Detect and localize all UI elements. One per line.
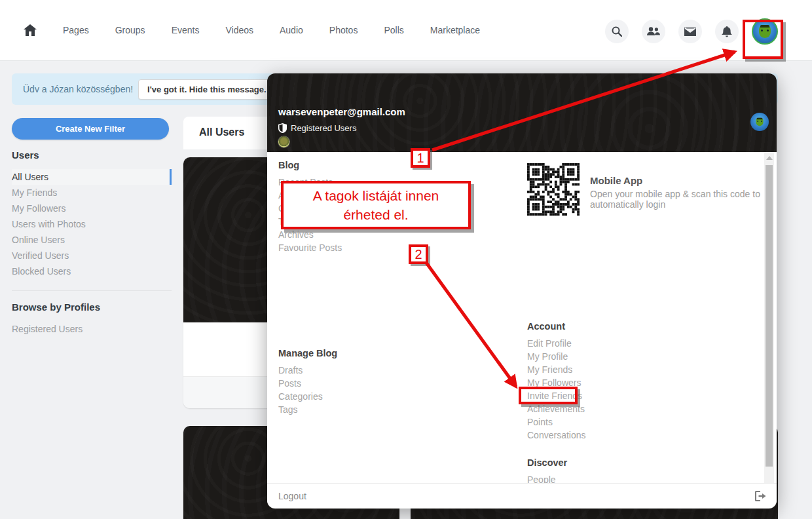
home-icon xyxy=(24,24,37,36)
mobile-app-block: Mobile App Open your mobile app & scan t… xyxy=(527,163,772,216)
search-icon xyxy=(612,26,622,37)
notifications-icon xyxy=(722,26,732,37)
menu-avatar xyxy=(750,113,769,131)
qr-code xyxy=(527,163,580,216)
sidebar-item-registered-users[interactable]: Registered Users xyxy=(12,321,172,337)
home-button[interactable] xyxy=(24,24,37,36)
menu-item-categories[interactable]: Categories xyxy=(278,390,337,403)
nav-item-videos[interactable]: Videos xyxy=(225,25,253,35)
manage-blog-heading: Manage Blog xyxy=(278,347,337,360)
mobile-app-description: Open your mobile app & scan this code to… xyxy=(590,189,772,210)
sidebar-item-blocked-users[interactable]: Blocked Users xyxy=(12,263,172,279)
avatar-highlight-frame xyxy=(743,20,783,59)
notifications-button[interactable] xyxy=(715,20,739,43)
menu-item-my-profile[interactable]: My Profile xyxy=(527,350,586,363)
nav-item-polls[interactable]: Polls xyxy=(384,25,403,35)
menu-item-favourite-posts[interactable]: Favourite Posts xyxy=(278,241,342,254)
shield-icon xyxy=(278,123,287,133)
create-filter-button[interactable]: Create New Filter xyxy=(12,118,169,140)
nav-item-groups[interactable]: Groups xyxy=(115,25,145,35)
user-menu-panel: warsevenpeter@gmail.com Registered Users… xyxy=(267,73,777,508)
menu-item-points[interactable]: Points xyxy=(527,415,586,429)
friend-requests-icon xyxy=(647,27,660,36)
menu-item-archives[interactable]: Archives xyxy=(278,228,342,241)
menu-item-my-friends[interactable]: My Friends xyxy=(527,363,586,376)
people-highlight-frame xyxy=(519,387,578,404)
menu-scrollbar-thumb[interactable] xyxy=(766,165,773,467)
sidebar-item-all-users[interactable]: All Users xyxy=(12,169,172,185)
menu-section-manage-blog: Manage Blog Drafts Posts Categories Tags xyxy=(278,347,337,416)
logout-icon xyxy=(755,491,766,501)
sidebar-item-online-users[interactable]: Online Users xyxy=(12,232,172,248)
menu-item-posts[interactable]: Posts xyxy=(278,377,337,390)
search-button[interactable] xyxy=(605,20,629,43)
dismiss-alert-button[interactable]: I've got it. Hide this message. xyxy=(138,79,276,100)
account-heading: Account xyxy=(527,320,586,333)
friend-requests-button[interactable] xyxy=(642,20,665,43)
top-navbar: Pages Groups Events Videos Audio Photos … xyxy=(0,0,812,61)
sidebar-item-my-followers[interactable]: My Followers xyxy=(12,201,172,216)
sidebar-users-heading: Users xyxy=(12,149,39,161)
achievement-badge-icon xyxy=(278,136,289,147)
nav-item-marketplace[interactable]: Marketplace xyxy=(430,25,480,35)
nav-links: Pages Groups Events Videos Audio Photos … xyxy=(24,0,480,60)
avatar-face-icon xyxy=(756,118,763,126)
nav-item-events[interactable]: Events xyxy=(172,25,200,35)
scroll-up-arrow[interactable] xyxy=(766,156,773,160)
annotation-note-line2: érheted el. xyxy=(343,205,408,224)
menu-item-tags[interactable]: Tags xyxy=(278,403,337,416)
menu-item-achievements[interactable]: Achievements xyxy=(527,402,586,415)
step-2-label: 2 xyxy=(409,244,428,264)
nav-item-audio[interactable]: Audio xyxy=(280,25,303,35)
sidebar-divider xyxy=(12,290,172,291)
messages-button[interactable] xyxy=(678,20,702,43)
nav-item-pages[interactable]: Pages xyxy=(63,25,89,35)
annotation-note: A tagok listáját innen érheted el. xyxy=(281,181,471,229)
annotation-note-line1: A tagok listáját innen xyxy=(313,186,439,205)
step-1-label: 1 xyxy=(411,148,430,168)
sidebar-item-my-friends[interactable]: My Friends xyxy=(12,185,172,201)
blog-heading: Blog xyxy=(278,159,342,172)
menu-item-edit-profile[interactable]: Edit Profile xyxy=(527,337,586,350)
menu-section-discover: Discover People Advanced Search Leaderbo… xyxy=(527,456,600,483)
menu-section-account: Account Edit Profile My Profile My Frien… xyxy=(527,320,586,442)
sidebar-item-verified-users[interactable]: Verified Users xyxy=(12,248,172,263)
welcome-alert-text: Üdv a Józan közösségben! xyxy=(23,84,133,94)
messages-icon xyxy=(684,28,696,36)
user-email: warsevenpeter@gmail.com xyxy=(278,106,405,117)
menu-item-conversations[interactable]: Conversations xyxy=(527,429,586,442)
logout-label: Logout xyxy=(278,491,306,501)
nav-item-photos[interactable]: Photos xyxy=(329,25,358,35)
user-role-label: Registered Users xyxy=(291,123,356,133)
mobile-app-heading: Mobile App xyxy=(590,175,772,187)
sidebar-browse-heading: Browse by Profiles xyxy=(12,301,100,313)
menu-item-people[interactable]: People xyxy=(527,473,600,483)
sidebar-item-users-with-photos[interactable]: Users with Photos xyxy=(12,216,172,232)
page: All Users Üdv a Józan közösségben! I've … xyxy=(0,0,812,519)
content-heading: All Users xyxy=(199,126,244,138)
logout-button[interactable]: Logout xyxy=(267,483,777,509)
discover-heading: Discover xyxy=(527,456,600,469)
user-role: Registered Users xyxy=(278,123,356,133)
user-menu-header: warsevenpeter@gmail.com Registered Users xyxy=(267,73,777,152)
menu-item-drafts[interactable]: Drafts xyxy=(278,364,337,377)
